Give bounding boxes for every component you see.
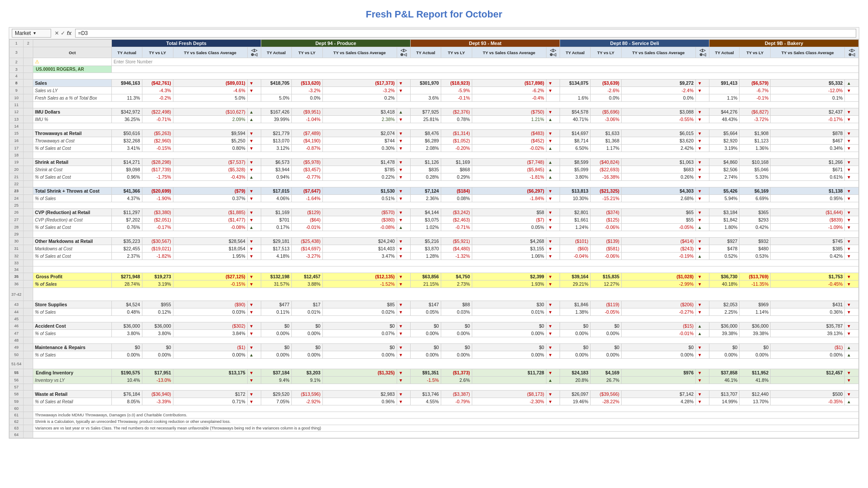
note-63: Variances are vs last year or vs Sales C…	[33, 425, 859, 432]
row-label-other-md-retail: Other Markdowns at Retail	[33, 238, 112, 245]
col-ty-vs-sca-2: TY vs Sales Class Average	[322, 47, 397, 58]
col-month-header: Oct	[33, 47, 112, 58]
row-label-throwaway-pct: % of Sales at Cost	[33, 145, 112, 152]
table-row: 12 IMU Dollars $342,972 ($22,498) ($10,6…	[10, 108, 859, 116]
table-row: 13 IMU % 36.25% -0.71% 2.09% ▲ 39.99% -1…	[10, 116, 859, 123]
col-ty-actual-4: TY Actual	[560, 47, 591, 58]
formula-content: =D3	[75, 29, 856, 38]
ending-inventory-row: 55 Ending Inventory $190,575 $17,951 $13…	[10, 369, 859, 377]
table-row: 49 Maintenance & Repairs $0 $0 ($1) ▼ $0…	[10, 344, 859, 351]
row-num-2: 2	[24, 40, 33, 47]
table-row-blank: 51-54	[10, 359, 859, 369]
header-dept98: Dept 9B - Bakery	[709, 40, 859, 47]
table-row: 56 Inventory vs LY 10.4% -13.0% ▼ 9.4% 9…	[10, 377, 859, 384]
table-row: 36 % of Sales 28.74% 3.19% -0.15% ▼ 31.5…	[10, 280, 859, 288]
col-ty-vs-sca-3: TY vs Sales Class Average	[472, 47, 546, 58]
table-row: 27 CVP (Reduction) at Cost $7,202 ($2,05…	[10, 216, 859, 224]
header-dept80: Dept 80 - Service Deli	[560, 40, 709, 47]
table-row: 46 Accident Cost $36,000 $36,000 ($302) …	[10, 322, 859, 330]
table-row: 8 Sales $946,163 ($42,761) ($89,031) ▼ $…	[10, 80, 859, 87]
row-label-imu-dollars: IMU Dollars	[33, 108, 112, 116]
table-row: 10 Fresh Sales as a % of Total Box 11.3%…	[10, 94, 859, 102]
col-ty-vs-sca-1: TY vs Sales Class Average	[173, 47, 247, 58]
row-label-throwaway-cost: Throwaways at Cost	[33, 137, 112, 145]
name-box-value: Market	[15, 30, 31, 36]
row-label-sales: Sales	[33, 80, 112, 87]
row-label-accident-cost: Accident Cost	[33, 322, 112, 330]
table-row: 2 ⚠ Enter Store Number	[10, 58, 859, 66]
col-ty-vs-ly-4: TY vs LY	[590, 47, 621, 58]
col-ty-vs-ly-2: TY vs LY	[291, 47, 322, 58]
row-label-gross-profit-pct: % of Sales	[33, 280, 112, 288]
col-arrow-5: ◁▷⊕◁	[845, 47, 859, 58]
row-label-shrink-cost: Shrink at Cost	[33, 166, 112, 173]
table-row: 32 % of Sales at Cost 2.37% -1.82% 1.95%…	[10, 253, 859, 260]
table-row: 4	[10, 73, 859, 80]
header-dept93: Dept 93 - Meat	[411, 40, 560, 47]
table-row: 15 Throwaways at Retail $50,616 ($5,263)…	[10, 130, 859, 137]
gross-profit-row: 35 Gross Profit $271,948 $19,273 ($27,12…	[10, 273, 859, 280]
row-label-ending-inventory: Ending Inventory	[33, 369, 112, 377]
col-ty-vs-sca-5: TY vs Sales Class Average	[771, 47, 845, 58]
col-arrow-3: ◁▷⊕◁	[546, 47, 560, 58]
note-62: Shrink is a Calculation, typically an un…	[33, 419, 859, 425]
table-row: 43 Store Supplies $4,524 $955 ($90) ▼ $4…	[10, 301, 859, 308]
table-row: 20 Shrink at Cost $9,098 ($17,739) ($5,3…	[10, 166, 859, 173]
row-label-maintenance-pct: % of Sales	[33, 351, 112, 359]
table-row-blank: 33	[10, 260, 859, 266]
formula-bar: Market ▼ ✕ ✓ fx =D3	[9, 28, 859, 39]
store-cell[interactable]: US.00001 ROGERS, AR	[33, 66, 112, 73]
row-label-fresh-pct: Fresh Sales as a % of Total Box	[33, 94, 112, 102]
table-row: 28 % of Sales at Cost 0.76% -0.17% -0.08…	[10, 224, 859, 231]
col-ty-vs-ly-1: TY vs LY	[142, 47, 173, 58]
row-label-cvp-pct: % of Sales at Cost	[33, 224, 112, 231]
row-label-shrink-pct: % of Sales at Cost	[33, 173, 112, 181]
row-label-waste-retail: Waste at Retail	[33, 391, 112, 398]
table-row: 3 US.00001 ROGERS, AR	[10, 66, 859, 73]
table-row-blank: 11	[10, 102, 859, 108]
confirm-icon[interactable]: ✓	[61, 30, 65, 36]
col-ty-actual-5: TY Actual	[709, 47, 740, 58]
row-label-store-supplies-pct: % of Sales	[33, 308, 112, 316]
row-num-1: 1	[10, 40, 24, 47]
col-ty-actual-3: TY Actual	[411, 47, 441, 58]
col-arrow-1: ◁▷⊕◁	[247, 47, 261, 58]
header-dept94: Dept 94 - Produce	[261, 40, 411, 47]
col-ty-vs-sca-4: TY vs Sales Class Average	[621, 47, 695, 58]
header-total-fresh: Total Fresh Depts	[112, 40, 261, 47]
row-label-total-shrink: Total Shrink + Throws at Cost	[33, 187, 112, 195]
row-label-store-supplies: Store Supplies	[33, 301, 112, 308]
note-row-62: 62 Shrink is a Calculation, typically an…	[10, 419, 859, 425]
page-wrapper: Fresh P&L Report for October Market ▼ ✕ …	[0, 0, 868, 488]
row-label-shrink-retail: Shrink at Retail	[33, 159, 112, 166]
note-61: Throwaways include MDMU Throwaways, Dama…	[33, 412, 859, 419]
table-row: 44 % of Sales 0.48% 0.12% 0.03% ▼ 0.11% …	[10, 308, 859, 316]
table-row: 26 CVP (Reduction) at Retail $11,297 ($3…	[10, 209, 859, 216]
report-title: Fresh P&L Report for October	[9, 9, 859, 20]
row-label-accident-pct: % of Sales	[33, 330, 112, 337]
fx-icon[interactable]: fx	[67, 30, 72, 36]
col-ty-actual-2: TY Actual	[261, 47, 292, 58]
corner-cell	[33, 40, 112, 47]
col-arrow-4: ◁▷⊕◁	[695, 47, 709, 58]
formula-controls: ✕ ✓ fx	[55, 30, 72, 36]
row-label-imu-pct: IMU %	[33, 116, 112, 123]
sheet-area[interactable]: 1 2 Total Fresh Depts Dept 94 - Produce …	[9, 39, 859, 438]
cancel-icon[interactable]: ✕	[55, 30, 59, 36]
col-ty-actual-1: TY Actual	[112, 47, 142, 58]
row-label-maintenance: Maintenance & Repairs	[33, 344, 112, 351]
name-box[interactable]: Market ▼	[12, 29, 51, 38]
row-num-4	[24, 47, 33, 58]
row-num-3: 3	[10, 47, 24, 58]
table-row-blank: 22	[10, 181, 859, 187]
table-row: 9 Sales vs LY -4.3% -4.6% ▼ -3.2% -3.2% …	[10, 87, 859, 94]
report-table: 1 2 Total Fresh Depts Dept 94 - Produce …	[9, 39, 859, 438]
table-row: 21 % of Sales at Cost 0.96% -1.75% -0.43…	[10, 173, 859, 181]
col-ty-vs-ly-5: TY vs LY	[740, 47, 771, 58]
table-row: 23 Total Shrink + Throws at Cost $41,366…	[10, 187, 859, 195]
table-row: 19 Shrink at Retail $14,271 ($28,298) ($…	[10, 159, 859, 166]
dropdown-icon[interactable]: ▼	[33, 31, 37, 35]
table-row-blank: 45	[10, 316, 859, 322]
table-row-blank: 25	[10, 202, 859, 209]
table-row-blank: 60	[10, 405, 859, 412]
